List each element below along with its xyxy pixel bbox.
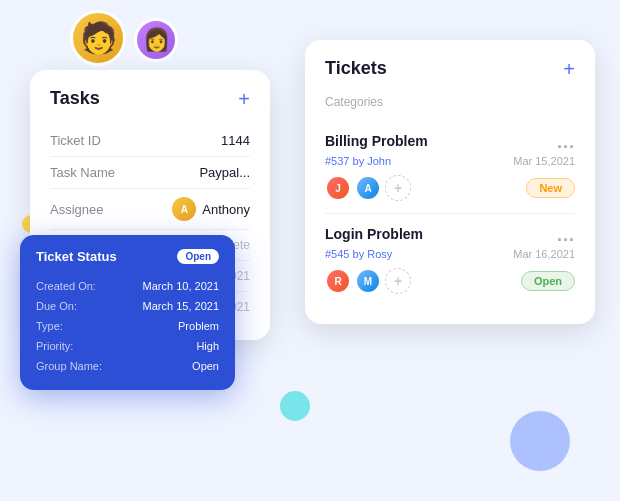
task-label-assignee: Assignee [50, 202, 103, 217]
status-val-priority: High [196, 340, 219, 352]
ticket-item-login: Login Problem ... #545 by Rosy Mar 16,20… [325, 214, 575, 306]
ticket-login-avatars: R M + [325, 268, 411, 294]
ticket-login-avatar-1: R [325, 268, 351, 294]
ticket-login-name: Login Problem [325, 226, 423, 242]
status-val-group: Open [192, 360, 219, 372]
ticket-billing-footer: J A + New [325, 175, 575, 201]
ticket-billing-menu-button[interactable]: ... [557, 133, 575, 151]
ticket-login-avatar-2: M [355, 268, 381, 294]
status-key-created: Created On: [36, 280, 96, 292]
status-key-group: Group Name: [36, 360, 102, 372]
task-row-assignee: Assignee A Anthony [50, 189, 250, 230]
tasks-title: Tasks [50, 88, 100, 109]
task-value-assignee: Anthony [202, 202, 250, 217]
top-avatars: 🧑 👩 [70, 10, 178, 66]
tickets-title: Tickets [325, 58, 387, 79]
tickets-card-header: Tickets + [325, 58, 575, 79]
status-card-header: Ticket Status Open [36, 249, 219, 264]
ticket-login-menu-button[interactable]: ... [557, 226, 575, 244]
ticket-billing-name: Billing Problem [325, 133, 428, 149]
ticket-login-status: Open [521, 271, 575, 291]
ticket-login-footer: R M + Open [325, 268, 575, 294]
status-key-due: Due On: [36, 300, 77, 312]
tasks-add-button[interactable]: + [238, 89, 250, 109]
decorative-blob-teal [280, 391, 310, 421]
decorative-blob-blue [510, 411, 570, 471]
ticket-item-billing: Billing Problem ... #537 by John Mar 15,… [325, 121, 575, 214]
ticket-billing-date: Mar 15,2021 [513, 155, 575, 167]
ticket-status-card: Ticket Status Open Created On: March 10,… [20, 235, 235, 390]
status-val-due: March 15, 2021 [143, 300, 219, 312]
ticket-login-add-member-button[interactable]: + [385, 268, 411, 294]
status-badge: Open [177, 249, 219, 264]
ticket-billing-add-member-button[interactable]: + [385, 175, 411, 201]
ticket-billing-avatars: J A + [325, 175, 411, 201]
task-value-task-name: Paypal... [199, 165, 250, 180]
assignee-row: A Anthony [172, 197, 250, 221]
ticket-billing-avatar-1: J [325, 175, 351, 201]
ticket-login-id: #545 by Rosy [325, 248, 392, 260]
avatar-man: 🧑 [70, 10, 126, 66]
ticket-login-meta: #545 by Rosy Mar 16,2021 [325, 248, 575, 260]
status-val-type: Problem [178, 320, 219, 332]
man-face-icon: 🧑 [80, 23, 117, 53]
ticket-billing-avatar-2: A [355, 175, 381, 201]
categories-label: Categories [325, 95, 575, 109]
ticket-billing-meta: #537 by John Mar 15,2021 [325, 155, 575, 167]
ticket-billing-id: #537 by John [325, 155, 391, 167]
status-row-priority: Priority: High [36, 336, 219, 356]
ticket-login-header: Login Problem ... [325, 226, 575, 244]
tickets-card: Tickets + Categories Billing Problem ...… [305, 40, 595, 324]
task-row-ticket-id: Ticket ID 1144 [50, 125, 250, 157]
task-row-task-name: Task Name Paypal... [50, 157, 250, 189]
status-row-type: Type: Problem [36, 316, 219, 336]
status-card-title: Ticket Status [36, 249, 117, 264]
status-key-type: Type: [36, 320, 63, 332]
status-key-priority: Priority: [36, 340, 73, 352]
task-value-ticket-id: 1144 [221, 133, 250, 148]
status-val-created: March 10, 2021 [143, 280, 219, 292]
tickets-add-button[interactable]: + [563, 59, 575, 79]
task-label-task-name: Task Name [50, 165, 115, 180]
assignee-avatar: A [172, 197, 196, 221]
avatar-woman: 👩 [134, 18, 178, 62]
ticket-billing-status: New [526, 178, 575, 198]
ticket-billing-header: Billing Problem ... [325, 133, 575, 151]
status-row-group: Group Name: Open [36, 356, 219, 376]
status-row-due: Due On: March 15, 2021 [36, 296, 219, 316]
tasks-card-header: Tasks + [50, 88, 250, 109]
status-row-created: Created On: March 10, 2021 [36, 276, 219, 296]
task-label-ticket-id: Ticket ID [50, 133, 101, 148]
woman-face-icon: 👩 [143, 29, 170, 51]
ticket-login-date: Mar 16,2021 [513, 248, 575, 260]
